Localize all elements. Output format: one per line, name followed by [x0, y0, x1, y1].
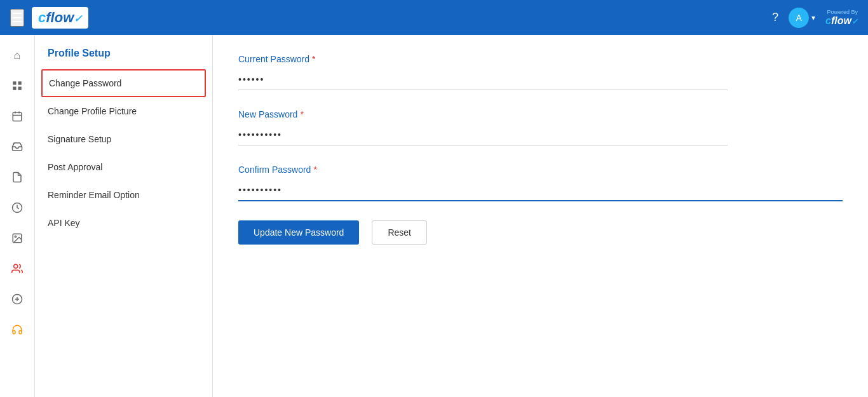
powered-by-text: Powered By: [827, 9, 858, 15]
top-navigation: ☰ cflow✓ ? A ▾ Powered By cflow✓: [0, 0, 868, 35]
update-password-button[interactable]: Update New Password: [238, 220, 359, 245]
svg-rect-2: [13, 87, 16, 90]
sidebar-icon-inbox[interactable]: [4, 134, 30, 159]
user-avatar[interactable]: A: [789, 8, 809, 28]
current-password-required: *: [312, 54, 315, 64]
new-password-required: *: [300, 109, 303, 119]
main-layout: ⌂ Profile Setup Change Passwo: [0, 35, 868, 397]
powered-by-logo: cflow✓: [825, 15, 858, 27]
sidebar-icon-headphone[interactable]: [4, 317, 30, 342]
svg-rect-3: [18, 87, 22, 90]
confirm-password-group: Confirm Password *: [238, 165, 843, 201]
confirm-password-required: *: [313, 165, 316, 175]
sidebar-icon-add[interactable]: [4, 286, 30, 312]
svg-rect-0: [13, 81, 16, 84]
user-menu[interactable]: A ▾: [789, 8, 815, 28]
sidebar-icon-calendar[interactable]: [4, 104, 30, 129]
svg-rect-1: [18, 81, 22, 84]
nav-left: ☰ cflow✓: [10, 7, 88, 29]
svg-rect-4: [13, 112, 22, 121]
hamburger-menu[interactable]: ☰: [10, 9, 24, 27]
new-password-group: New Password *: [238, 109, 843, 145]
sidebar-item-reminder-email[interactable]: Reminder Email Option: [35, 181, 212, 209]
svg-point-10: [15, 236, 16, 237]
svg-point-11: [14, 264, 18, 268]
confirm-password-input[interactable]: [238, 180, 843, 201]
icon-sidebar: ⌂: [0, 35, 35, 397]
sidebar-icon-home[interactable]: ⌂: [4, 43, 30, 68]
sidebar-item-change-password[interactable]: Change Password: [41, 69, 206, 97]
sidebar-item-api-key[interactable]: API Key: [35, 209, 212, 237]
sidebar-item-signature-setup[interactable]: Signature Setup: [35, 125, 212, 153]
sidebar-item-post-approval[interactable]: Post Approval: [35, 153, 212, 181]
powered-by: Powered By cflow✓: [825, 9, 858, 27]
app-logo: cflow✓: [32, 7, 88, 29]
sidebar-item-change-profile-picture[interactable]: Change Profile Picture: [35, 97, 212, 125]
new-password-input[interactable]: [238, 124, 728, 145]
confirm-password-label: Confirm Password *: [238, 165, 843, 175]
new-password-label: New Password *: [238, 109, 843, 119]
current-password-input[interactable]: [238, 69, 728, 90]
sidebar-icon-users[interactable]: [4, 256, 30, 281]
sidebar-icon-image[interactable]: [4, 225, 30, 251]
sidebar-icon-dashboard[interactable]: [4, 73, 30, 98]
help-button[interactable]: ?: [772, 11, 778, 24]
form-buttons: Update New Password Reset: [238, 220, 843, 245]
profile-sidebar: Profile Setup Change Password Change Pro…: [35, 35, 213, 397]
reset-button[interactable]: Reset: [372, 220, 427, 245]
sidebar-icon-document[interactable]: [4, 165, 30, 190]
content-area: Current Password * New Password * Confir…: [213, 35, 868, 397]
logo-text: cflow✓: [38, 10, 82, 26]
current-password-group: Current Password *: [238, 54, 843, 90]
sidebar-icon-history[interactable]: [4, 195, 30, 220]
profile-setup-title: Profile Setup: [35, 48, 212, 69]
current-password-label: Current Password *: [238, 54, 843, 64]
user-chevron: ▾: [811, 13, 815, 22]
nav-right: ? A ▾ Powered By cflow✓: [772, 8, 858, 28]
